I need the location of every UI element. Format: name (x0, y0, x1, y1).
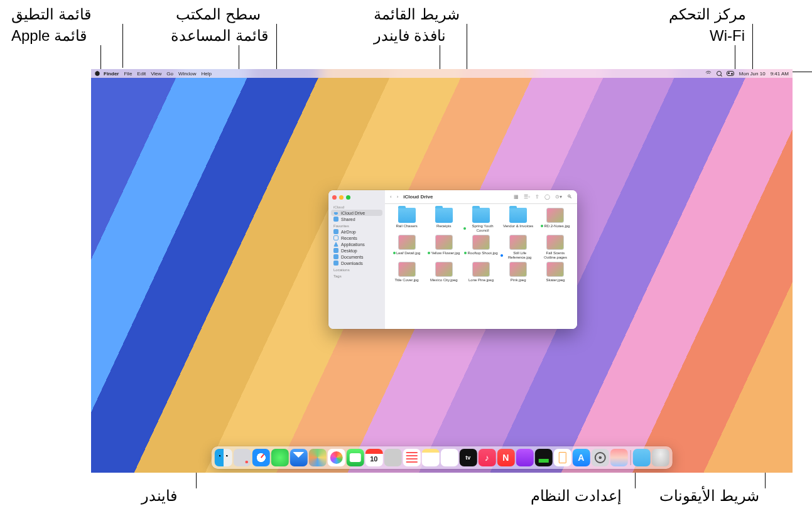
tag-dot-icon (501, 254, 503, 257)
dock-app-news[interactable] (497, 449, 514, 466)
dock-app-finder[interactable] (214, 449, 232, 466)
sidebar-item-downloads[interactable]: Downloads (328, 260, 385, 266)
file-item[interactable]: Skater.jpeg (538, 262, 573, 282)
dock-app-reminders[interactable] (403, 449, 420, 466)
zoom-button[interactable] (346, 195, 350, 200)
dock-app-settings[interactable] (591, 449, 609, 466)
menu-view[interactable]: View (151, 71, 161, 77)
callout-app-menu: قائمة التطيق (11, 5, 91, 24)
sidebar-item-recents[interactable]: Recents (328, 235, 385, 241)
sidebar-item-documents[interactable]: Documents (328, 254, 385, 260)
menu-file[interactable]: File (124, 71, 132, 77)
apple-menu-icon[interactable] (95, 71, 100, 76)
file-item[interactable]: Rail Chasers (389, 208, 425, 232)
sidebar-item-label: iCloud Drive (341, 211, 365, 215)
image-thumbnail-icon (546, 262, 564, 277)
file-item[interactable]: Receipts (426, 208, 462, 232)
callout-menu-bar: شريط القائمة (374, 5, 460, 24)
image-thumbnail-icon (435, 262, 453, 277)
app-menu[interactable]: Finder (104, 71, 119, 77)
sidebar-item-icloud-drive[interactable]: iCloud Drive (331, 210, 382, 216)
dock-app-contacts[interactable] (384, 449, 401, 466)
dock-app-podcasts[interactable] (516, 449, 533, 466)
sidebar-section-label: Locations (328, 266, 385, 272)
spotlight-icon[interactable] (717, 71, 722, 76)
file-item[interactable]: Fall Scents Outline.pages (538, 235, 573, 259)
share-button[interactable]: ⇪ (535, 194, 539, 200)
dock-app-facetime[interactable] (346, 449, 364, 466)
forward-button[interactable]: › (397, 194, 399, 200)
dock (211, 446, 673, 469)
dock-app-maps[interactable] (308, 449, 326, 466)
dock-app-safari[interactable] (252, 449, 269, 466)
sidebar-item-label: Desktop (341, 249, 357, 253)
dock-app-messages[interactable] (271, 449, 288, 466)
sidebar-item-label: Recents (341, 236, 357, 240)
dock-app-dl-folder[interactable] (633, 449, 651, 466)
control-center-icon[interactable] (727, 71, 734, 76)
menu-edit[interactable]: Edit (137, 71, 146, 77)
sidebar-item-airdrop[interactable]: AirDrop (328, 228, 385, 235)
menubar-time[interactable]: 9:41 AM (771, 71, 789, 77)
menu-help[interactable]: Help (201, 71, 211, 77)
dock-app-freeform[interactable] (440, 449, 458, 466)
file-label: Rail Chasers (396, 224, 417, 228)
file-item[interactable]: Lone Pine.jpeg (463, 262, 499, 282)
menubar-date[interactable]: Mon Jun 10 (739, 71, 766, 77)
action-button[interactable]: ⊙▾ (555, 194, 562, 200)
search-button[interactable]: 🔍︎ (567, 194, 572, 200)
image-thumbnail-icon (509, 235, 527, 250)
wifi-icon[interactable] (705, 71, 712, 76)
menu-window[interactable]: Window (178, 71, 196, 77)
dock-app-notes[interactable] (421, 449, 439, 466)
dock-app-trash[interactable] (652, 449, 669, 466)
file-item[interactable]: Mexico City.jpeg (426, 262, 462, 282)
finder-sidebar: iCloudiCloud DriveSharedFavoritesAirDrop… (328, 190, 385, 329)
group-button[interactable]: ☰◦ (524, 194, 530, 200)
file-item[interactable]: Pink.jpeg (501, 262, 536, 282)
file-label: Fall Scents Outline.pages (538, 251, 573, 259)
sidebar-item-label: Documents (341, 255, 363, 259)
airdrop-icon (333, 229, 338, 234)
file-item[interactable]: Still Life Reference.jpg (501, 235, 536, 259)
sidebar-item-label: Downloads (341, 261, 363, 266)
sidebar-item-shared[interactable]: Shared (328, 216, 385, 222)
finder-toolbar: ‹ › iCloud Drive ▦ ☰◦ ⇪ ◯ ⊙▾ 🔍︎ (385, 190, 577, 204)
file-item[interactable]: Leaf Detail.jpg (389, 235, 425, 259)
dock-app-music[interactable] (478, 449, 495, 466)
dock-app-appstore[interactable] (572, 449, 590, 466)
dock-app-mail[interactable] (290, 449, 307, 466)
file-item[interactable]: Spring Youth Council (463, 208, 499, 232)
file-item[interactable]: Rooftop Shoot.jpg (463, 235, 499, 259)
dock-app-pages[interactable] (553, 449, 571, 466)
menu-go[interactable]: Go (166, 71, 173, 77)
dock-app-launchpad[interactable] (233, 449, 251, 466)
finder-main: ‹ › iCloud Drive ▦ ☰◦ ⇪ ◯ ⊙▾ 🔍︎ Rail Cha… (385, 190, 577, 329)
dock-app-stocks[interactable] (534, 449, 552, 466)
file-label: Lone Pine.jpeg (468, 278, 494, 282)
file-item[interactable]: Vendor & Invoices (501, 208, 536, 232)
cloud-icon (333, 210, 338, 215)
file-item[interactable]: RD.2-Notes.jpg (538, 208, 573, 232)
tag-dot-icon (464, 252, 467, 254)
dock-app-calendar[interactable] (365, 449, 382, 466)
file-label: Still Life Reference.jpg (501, 251, 536, 259)
file-item[interactable]: Yellow Flower.jpg (426, 235, 462, 259)
file-label: Vendor & Invoices (503, 224, 533, 228)
file-label: Skater.jpeg (546, 278, 565, 282)
file-item[interactable]: Title Cover.jpg (389, 262, 425, 282)
back-button[interactable]: ‹ (390, 194, 392, 200)
recents-icon (333, 235, 338, 240)
sidebar-item-applications[interactable]: Applications (328, 241, 385, 247)
dock-app-photos[interactable] (327, 449, 345, 466)
image-thumbnail-icon (398, 235, 416, 250)
file-label: Leaf Detail.jpg (393, 251, 420, 255)
sidebar-section-label: Favorites (328, 222, 385, 228)
minimize-button[interactable] (339, 195, 344, 200)
dock-app-tv[interactable] (459, 449, 477, 466)
view-icon-button[interactable]: ▦ (514, 194, 519, 200)
sidebar-item-desktop[interactable]: Desktop (328, 247, 385, 254)
close-button[interactable] (332, 195, 337, 200)
dock-app-colors[interactable] (610, 449, 627, 466)
tags-button[interactable]: ◯ (544, 194, 550, 200)
